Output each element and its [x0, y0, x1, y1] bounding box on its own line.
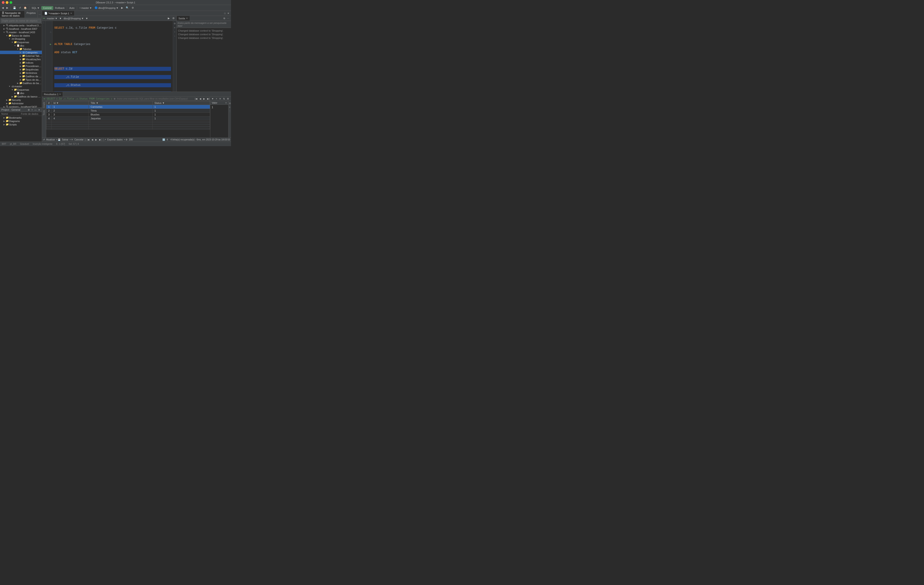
panel-icon-2[interactable]: ≡	[228, 105, 231, 109]
results-table-area[interactable]: # Id ▼ Title ▼ Status ▼	[46, 101, 210, 137]
project-item-bookmarks[interactable]: ▶ 📁 Bookmarks	[0, 116, 42, 119]
results-sort-button[interactable]: ⇅	[222, 97, 226, 100]
nav-search-input[interactable]	[1, 19, 41, 23]
execute-sql-button[interactable]: ▶	[167, 16, 170, 20]
table-row[interactable]: 4 4 Jaquetas 1	[46, 117, 210, 120]
project-minimize-button[interactable]: —	[34, 109, 37, 111]
tree-item-etiqueta-certa[interactable]: ▶ 🔌 etiqueta-certa - localhost:3306	[0, 24, 42, 27]
save-button[interactable]: Salvar	[61, 138, 69, 141]
db-select[interactable]: dbo@Shopping ▼	[63, 16, 84, 20]
limit-button[interactable]: 200	[128, 138, 134, 141]
tree-item-master-db[interactable]: ▼ 🗃 master	[0, 85, 42, 88]
tree-item-categories[interactable]: ▶ ▦ Categories	[0, 51, 42, 54]
tree-item-procedimentos[interactable]: ▶ 📁 Procedimentos	[0, 64, 42, 68]
tree-item-esquemas[interactable]: ▼ 📁 Esquemas	[0, 40, 42, 44]
auto-button[interactable]: Auto	[68, 6, 76, 10]
search-icon[interactable]: 🔍	[125, 6, 130, 10]
maximize-button[interactable]	[10, 1, 12, 4]
nav-back-button[interactable]: ◀	[1, 6, 5, 10]
editor-panel-close[interactable]: ✕	[226, 12, 230, 15]
tree-item-external-tables[interactable]: ▶ 📁 External Tables	[0, 54, 42, 58]
tree-item-sinonimos[interactable]: ▶ 📁 Sinônimos	[0, 71, 42, 74]
results-delete-button[interactable]: ✕	[218, 97, 222, 100]
tree-item-sequencias[interactable]: ▶ 📁 Sequências	[0, 68, 42, 71]
update-button[interactable]: Atualizar	[46, 138, 56, 141]
tree-item-esquemas-master[interactable]: ▼ 📁 Esquemas	[0, 88, 42, 91]
tree-item-security[interactable]: ▶ 📁 Security	[0, 98, 42, 102]
nav-panel-menu[interactable]: ⋯	[38, 11, 42, 18]
sql-settings[interactable]: ⚙	[172, 16, 175, 20]
project-item-scripts[interactable]: ▶ 📁 Scripts	[0, 123, 42, 126]
output-menu-button[interactable]: ⋯	[226, 16, 230, 20]
nav-forward-button[interactable]: ▶	[5, 6, 9, 10]
export-button[interactable]: Exportar dados	[107, 138, 124, 141]
results-prev-button[interactable]: ◀	[199, 97, 202, 100]
tree-item-tipos-dados[interactable]: ▶ 📁 Tipos de dados	[0, 78, 42, 81]
refresh-button[interactable]: ↺	[18, 6, 22, 10]
tab-output[interactable]: Saída ✕	[177, 16, 190, 21]
db-connection-selector[interactable]: 🔵 dbo@Shopping ▼	[94, 6, 119, 10]
output-copy-button[interactable]: ⧉	[223, 16, 226, 20]
col-title[interactable]: Title ▼	[89, 101, 153, 105]
cancel-button[interactable]: Cancelar	[74, 138, 84, 141]
table-row[interactable]: 2 2 Tênis 1	[46, 109, 210, 113]
output-tab-close[interactable]: ✕	[186, 17, 188, 20]
table-row[interactable]: 1 1 Camisetas 1	[46, 105, 210, 109]
commit-button[interactable]: Commit	[41, 6, 53, 10]
results-config-button[interactable]: ⚙	[226, 97, 229, 100]
grade-label[interactable]: Grade	[43, 101, 45, 109]
col-id[interactable]: Id ▼	[52, 101, 89, 105]
home-button[interactable]: 🏠	[23, 6, 28, 10]
nav-next[interactable]: ▶	[94, 138, 98, 141]
branch-selector[interactable]: ⑂ master ▼	[78, 6, 93, 10]
settings-button[interactable]: ⚙	[131, 6, 135, 10]
project-close-button[interactable]: ✕	[38, 109, 40, 111]
tree-item-dbo-master[interactable]: ▶ 📋 dbo	[0, 91, 42, 95]
minimize-button[interactable]	[6, 1, 8, 4]
results-tab-close[interactable]: ✕	[59, 93, 61, 96]
results-next-button[interactable]: ▶	[203, 97, 206, 100]
texto-label[interactable]: Texto	[43, 109, 45, 116]
download-icon[interactable]: ↓	[173, 34, 177, 37]
nav-last[interactable]: ▶|	[99, 138, 102, 141]
tab-db-navigator[interactable]: 🗄 Navegador de banco de dados	[0, 11, 25, 18]
nav-first[interactable]: |◀	[86, 138, 90, 141]
history-icon[interactable]: ↕	[173, 30, 177, 33]
tree-item-gatilhos-banco[interactable]: ▶ 📁 Gatilhos do banco de dados	[0, 81, 42, 85]
tree-item-shopping[interactable]: ▼ 🗃 Shopping	[0, 37, 42, 40]
tab-projects[interactable]: Projetos	[25, 11, 38, 18]
editor-panel-menu[interactable]: □	[223, 12, 226, 15]
tree-item-localhost-3307[interactable]: ▶ 🔌 localhost - localhost:3307	[0, 27, 42, 30]
panel-icon-1[interactable]: ⊞	[228, 102, 231, 105]
results-last-button[interactable]: ▶|	[206, 97, 210, 100]
tab-results-1[interactable]: Resultados 1 ✕	[42, 92, 63, 97]
db-selector[interactable]: SQL ▼	[31, 6, 40, 10]
tree-item-gatilhos-tabela[interactable]: ▶ 📁 Gatilhos da tabela	[0, 74, 42, 78]
tree-item-master-server[interactable]: ▼ 🔌 master - localhost:1433	[0, 30, 42, 34]
nav-prev[interactable]: ◀	[91, 138, 94, 141]
code-content[interactable]: SELECT c.Id, c.Title FROM Categories c A…	[53, 21, 173, 92]
results-add-button[interactable]: +	[215, 97, 218, 100]
tree-item-tabelas[interactable]: ▼ 📁 Tabelas	[0, 47, 42, 51]
tree-item-banco-dados[interactable]: ▼ 📁 Banco de dados	[0, 34, 42, 37]
execute-button[interactable]: ▶	[120, 6, 124, 10]
project-settings-button[interactable]: ⚙	[27, 109, 30, 111]
sql-code-area[interactable]: ⋮ ⚠ ▶	[42, 21, 177, 92]
rollback-button[interactable]: Rollback	[54, 6, 66, 10]
tree-item-administer[interactable]: ▶ 📁 Administer	[0, 102, 42, 105]
tree-item-gatilhos-master[interactable]: ▶ 📁 Gatilhos do banco de dados	[0, 95, 42, 98]
tree-item-dbo[interactable]: ▼ 📋 dbo	[0, 44, 42, 47]
tree-item-visualizacoes[interactable]: ▶ 📁 Visualizações	[0, 58, 42, 61]
editor-tab-script1[interactable]: 📄 *<master> Script-1 ✕	[42, 11, 74, 16]
col-status[interactable]: Status ▼	[153, 101, 210, 105]
format-icon[interactable]: ≡	[173, 26, 177, 29]
panel-icon-3[interactable]: ⋮	[228, 109, 231, 112]
close-button[interactable]	[2, 1, 5, 4]
results-first-button[interactable]: |◀	[194, 97, 198, 100]
project-add-button[interactable]: +	[31, 109, 33, 111]
save-button[interactable]: 💾	[12, 6, 17, 10]
tree-item-indices[interactable]: ▶ 📁 Índices	[0, 61, 42, 64]
editor-tab-close[interactable]: ✕	[70, 12, 72, 15]
output-search[interactable]: Insira parte da mensagem a ser pesquisad…	[177, 21, 231, 28]
connection-select[interactable]: master ▼	[46, 16, 58, 20]
